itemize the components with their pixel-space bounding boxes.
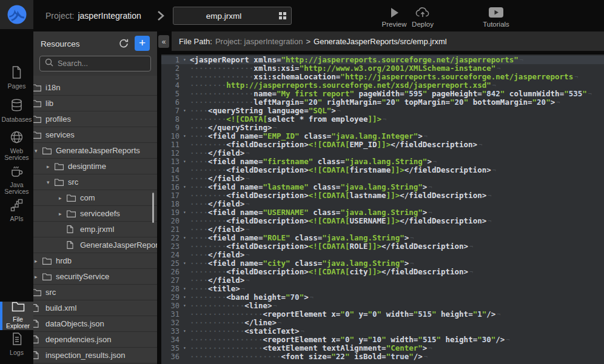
sidebar-item-java-services[interactable]: Java Services bbox=[0, 165, 33, 196]
fold-arrow-icon[interactable]: ▾ bbox=[180, 56, 190, 64]
sidebar-scrollbar[interactable] bbox=[152, 193, 154, 223]
tree-item-inspection_results.json[interactable]: inspection_results.json bbox=[33, 348, 157, 363]
code-line-11[interactable]: 11········<fieldDescription><![CDATA[EMP… bbox=[161, 141, 604, 149]
code-line-14[interactable]: 14········<fieldDescription><![CDATA[fir… bbox=[161, 166, 604, 174]
chevron-right-icon[interactable]: ▸ bbox=[47, 164, 55, 170]
code-line-32[interactable]: 32············</line>¬ bbox=[161, 319, 604, 327]
code-line-17[interactable]: 17········<fieldDescription><![CDATA[las… bbox=[161, 191, 604, 200]
sidebar-item-file-explorer[interactable]: File Explorer bbox=[0, 302, 33, 330]
tree-item-com[interactable]: ▸com bbox=[33, 190, 157, 206]
code-line-35[interactable]: 35▾················<textElement textAlig… bbox=[161, 344, 604, 352]
tree-item-build.xml[interactable]: build.xml bbox=[33, 300, 157, 316]
code-line-21[interactable]: 21····</field>¬ bbox=[161, 225, 604, 234]
line-number: 7 bbox=[161, 107, 180, 115]
code-line-12[interactable]: 12····</field>¬ bbox=[161, 149, 604, 157]
code-line-15[interactable]: 15····</field>¬ bbox=[161, 174, 604, 183]
code-line-23[interactable]: 23········<fieldDescription><![CDATA[ROL… bbox=[161, 242, 604, 251]
tree-item-i18n[interactable]: i18n bbox=[33, 80, 157, 96]
code-line-16[interactable]: 16▾····<field name="lastname" class="jav… bbox=[161, 183, 604, 191]
code-line-27[interactable]: 27····</field>¬ bbox=[161, 276, 604, 285]
fold-arrow-icon[interactable]: ▾ bbox=[180, 183, 190, 191]
fold-arrow-icon[interactable]: ▾ bbox=[180, 259, 190, 268]
fold-arrow-icon[interactable]: ▾ bbox=[180, 327, 190, 336]
code-line-7[interactable]: 7▾····<queryString language="SQL">¬ bbox=[161, 107, 604, 115]
tree-item-dataObjects.json[interactable]: dataObjects.json bbox=[33, 316, 157, 332]
sidebar-item-logs[interactable]: Logs bbox=[0, 333, 33, 356]
file-icon bbox=[67, 225, 76, 233]
chevron-down-icon[interactable]: ▾ bbox=[35, 148, 42, 154]
fold-arrow-icon[interactable]: ▾ bbox=[180, 293, 190, 302]
tree-item-GenerateJasperReports.s[interactable]: GenerateJasperReports.s bbox=[33, 237, 157, 253]
app-logo[interactable] bbox=[0, 0, 33, 29]
fold-arrow-icon[interactable]: ▾ bbox=[180, 208, 190, 217]
grid-icon[interactable] bbox=[279, 12, 287, 20]
code-line-29[interactable]: 29▾········<band height="70">¬ bbox=[161, 293, 604, 302]
code-line-25[interactable]: 25▾····<field name="city" class="java.la… bbox=[161, 259, 604, 268]
tree-item-dependencies.json[interactable]: dependencies.json bbox=[33, 332, 157, 348]
fold-arrow-icon[interactable]: ▾ bbox=[180, 107, 190, 115]
code-line-10[interactable]: 10▾····<field name="EMP_ID" class="java.… bbox=[161, 132, 604, 141]
code-line-4[interactable]: 4········http://jasperreports.sourceforg… bbox=[161, 81, 604, 90]
line-number: 19 bbox=[161, 208, 180, 217]
code-line-34[interactable]: 34················<reportElement x="0" y… bbox=[161, 336, 604, 344]
add-resource-button[interactable]: + bbox=[135, 36, 150, 51]
tree-item-servicedefs[interactable]: ▸servicedefs bbox=[33, 206, 157, 222]
code-line-8[interactable]: 8········<![CDATA[select * from employee… bbox=[161, 115, 604, 124]
code-line-24[interactable]: 24····</field>¬ bbox=[161, 251, 604, 259]
tree-item-emp.jrxml[interactable]: emp.jrxml bbox=[33, 222, 157, 237]
tree-item-GenerateJasperReports[interactable]: ▾GenerateJasperReports bbox=[33, 143, 157, 159]
tree-item-services[interactable]: services bbox=[33, 127, 157, 143]
code-line-31[interactable]: 31················<reportElement x="0" y… bbox=[161, 310, 604, 319]
fold-arrow-icon[interactable]: ▾ bbox=[180, 285, 190, 293]
code-line-13[interactable]: 13▾····<field name="firstname" class="ja… bbox=[161, 157, 604, 166]
refresh-icon[interactable] bbox=[118, 38, 129, 49]
video-icon bbox=[489, 7, 503, 18]
code-line-30[interactable]: 30▾············<line>¬ bbox=[161, 302, 604, 310]
fold-arrow-icon[interactable]: ▾ bbox=[180, 344, 190, 352]
tree-item-src[interactable]: src bbox=[33, 285, 157, 300]
code-line-2[interactable]: 2··············xmlns:xsi="http://www.w3.… bbox=[161, 64, 604, 73]
sidebar-item-web-services[interactable]: Web Services bbox=[0, 131, 33, 162]
chevron-right-icon[interactable]: ▸ bbox=[59, 211, 67, 217]
code-line-22[interactable]: 22▾····<field name="ROLE" class="java.la… bbox=[161, 234, 604, 242]
preview-button[interactable]: Preview bbox=[380, 7, 409, 28]
code-line-5[interactable]: 5··············name="My first report" pa… bbox=[161, 90, 604, 98]
code-line-6[interactable]: 6··············leftMargin="20" rightMarg… bbox=[161, 98, 604, 107]
code-line-26[interactable]: 26········<fieldDescription><![CDATA[cit… bbox=[161, 268, 604, 276]
open-file-tab[interactable]: emp.jrxml bbox=[173, 7, 292, 25]
tree-item-securityService[interactable]: ▸securityService bbox=[33, 269, 157, 285]
sidebar-item-databases[interactable]: Databases bbox=[0, 99, 33, 123]
code-line-36[interactable]: 36····················<font size="22" is… bbox=[161, 352, 604, 361]
chevron-right-icon[interactable]: ▸ bbox=[35, 258, 42, 264]
fold-arrow-icon[interactable]: ▾ bbox=[180, 132, 190, 141]
fold-arrow-icon[interactable]: ▾ bbox=[180, 302, 190, 310]
chevron-down-icon[interactable]: ▾ bbox=[47, 179, 55, 185]
tree-item-hrdb[interactable]: ▸hrdb bbox=[33, 253, 157, 269]
search-input[interactable]: Search... bbox=[39, 56, 151, 71]
tree-item-profiles[interactable]: profiles bbox=[33, 111, 157, 127]
code-line-9[interactable]: 9····</queryString>¬ bbox=[161, 124, 604, 132]
code-line-19[interactable]: 19▾····<field name="USERNAME" class="jav… bbox=[161, 208, 604, 217]
deploy-button[interactable]: Deploy bbox=[408, 7, 438, 28]
code-line-20[interactable]: 20········<fieldDescription><![CDATA[USE… bbox=[161, 217, 604, 225]
chevron-right-icon[interactable]: ▸ bbox=[59, 195, 67, 201]
tree-item-src[interactable]: ▾src bbox=[33, 174, 157, 190]
project-switcher[interactable]: Project: jasperIntegration bbox=[45, 0, 141, 31]
code-line-3[interactable]: 3··············xsi:schemaLocation="http:… bbox=[161, 73, 604, 81]
fold-arrow-icon[interactable]: ▾ bbox=[180, 234, 190, 242]
fold-arrow-icon[interactable]: ▾ bbox=[180, 157, 190, 166]
tutorials-button[interactable]: Tutorials bbox=[479, 7, 513, 28]
sidebar-item-apis[interactable]: APIs bbox=[0, 199, 33, 222]
collapse-sidebar-button[interactable]: « bbox=[158, 35, 169, 48]
code-line-18[interactable]: 18····</field>¬ bbox=[161, 200, 604, 208]
code-line-1[interactable]: 1▾<jasperReport xmlns="http://jasperrepo… bbox=[161, 56, 604, 64]
wavemaker-logo-icon bbox=[6, 4, 28, 25]
tree-item-designtime[interactable]: ▸designtime bbox=[33, 159, 157, 174]
code-text: ····</queryString>¬ bbox=[190, 124, 604, 132]
sidebar-item-pages[interactable]: Pages bbox=[0, 66, 33, 90]
tree-item-lib[interactable]: lib bbox=[33, 96, 157, 111]
chevron-right-icon[interactable]: ▸ bbox=[35, 274, 42, 280]
code-editor[interactable]: 1▾<jasperReport xmlns="http://jasperrepo… bbox=[161, 55, 604, 364]
code-line-33[interactable]: 33▾············<staticText>¬ bbox=[161, 327, 604, 336]
code-line-28[interactable]: 28▾····<title>¬ bbox=[161, 285, 604, 293]
